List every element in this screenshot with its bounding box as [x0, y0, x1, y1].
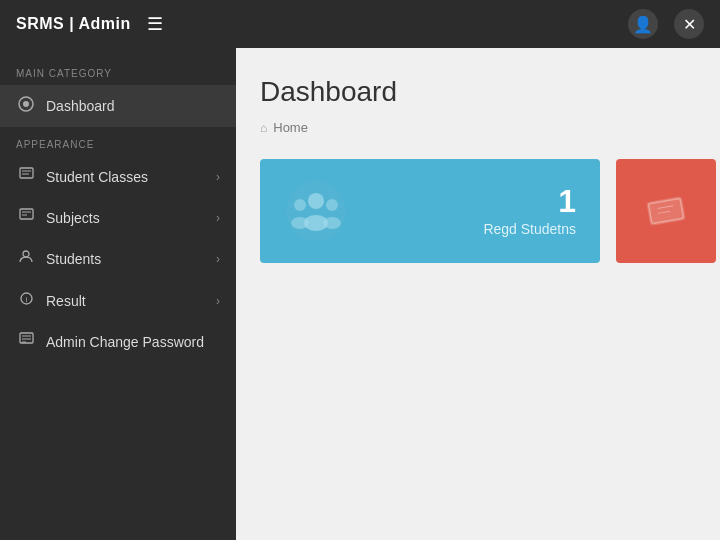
regd-students-label: Regd Studetns	[483, 221, 576, 237]
admin-change-password-icon	[16, 332, 36, 351]
svg-point-1	[23, 101, 29, 107]
students-arrow: ›	[216, 252, 220, 266]
subjects-icon	[16, 208, 36, 227]
sidebar-item-admin-change-password[interactable]: Admin Change Password	[0, 321, 236, 362]
dashboard-icon	[16, 96, 36, 116]
sidebar-item-student-classes-label: Student Classes	[46, 169, 206, 185]
user-icon-symbol: 👤	[633, 15, 653, 34]
second-card	[616, 159, 716, 263]
sidebar-item-students-label: Students	[46, 251, 206, 267]
result-icon: i	[16, 291, 36, 310]
app-title: SRMS | Admin	[16, 15, 131, 33]
svg-point-19	[291, 217, 309, 229]
menu-icon[interactable]: ☰	[147, 13, 163, 35]
user-icon[interactable]: 👤	[628, 9, 658, 39]
subjects-arrow: ›	[216, 211, 220, 225]
sidebar-item-result[interactable]: i Result ›	[0, 280, 236, 321]
cards-row: 1 Regd Studetns	[260, 159, 696, 263]
svg-point-21	[323, 217, 341, 229]
close-icon[interactable]: ✕	[674, 9, 704, 39]
svg-text:i: i	[25, 295, 27, 304]
close-icon-symbol: ✕	[683, 15, 696, 34]
content-area: Dashboard ⌂ Home	[236, 48, 720, 540]
topbar-left: SRMS | Admin ☰	[16, 13, 163, 35]
regd-students-text: 1 Regd Studetns	[483, 185, 576, 237]
topbar-right: 👤 ✕	[628, 9, 704, 39]
sidebar-item-student-classes[interactable]: Student Classes ›	[0, 156, 236, 197]
topbar: SRMS | Admin ☰ 👤 ✕	[0, 0, 720, 48]
sidebar-item-students[interactable]: Students ›	[0, 238, 236, 280]
student-classes-arrow: ›	[216, 170, 220, 184]
svg-rect-5	[20, 209, 33, 219]
svg-rect-11	[20, 333, 33, 343]
home-icon: ⌂	[260, 121, 267, 135]
svg-point-8	[23, 251, 29, 257]
svg-point-20	[326, 199, 338, 211]
svg-rect-2	[20, 168, 33, 178]
sidebar-item-dashboard[interactable]: Dashboard	[0, 85, 236, 127]
regd-students-number: 1	[483, 185, 576, 217]
breadcrumb-home: Home	[273, 120, 308, 135]
sidebar-item-admin-change-password-label: Admin Change Password	[46, 334, 220, 350]
sidebar-item-dashboard-label: Dashboard	[46, 98, 220, 114]
result-arrow: ›	[216, 294, 220, 308]
regd-students-card: 1 Regd Studetns	[260, 159, 600, 263]
sidebar-item-subjects[interactable]: Subjects ›	[0, 197, 236, 238]
people-icon	[284, 179, 348, 243]
svg-point-16	[308, 193, 324, 209]
svg-point-15	[286, 181, 346, 241]
student-classes-icon	[16, 167, 36, 186]
students-icon	[16, 249, 36, 269]
sidebar: MAIN CATEGORY Dashboard APPEARANCE Stude…	[0, 48, 236, 540]
breadcrumb: ⌂ Home	[260, 120, 696, 135]
ticket-icon	[640, 185, 692, 237]
sidebar-section-main: MAIN CATEGORY	[0, 56, 236, 85]
sidebar-section-appearance: APPEARANCE	[0, 127, 236, 156]
main-layout: MAIN CATEGORY Dashboard APPEARANCE Stude…	[0, 48, 720, 540]
svg-point-18	[294, 199, 306, 211]
page-title: Dashboard	[260, 76, 696, 108]
sidebar-item-subjects-label: Subjects	[46, 210, 206, 226]
sidebar-item-result-label: Result	[46, 293, 206, 309]
